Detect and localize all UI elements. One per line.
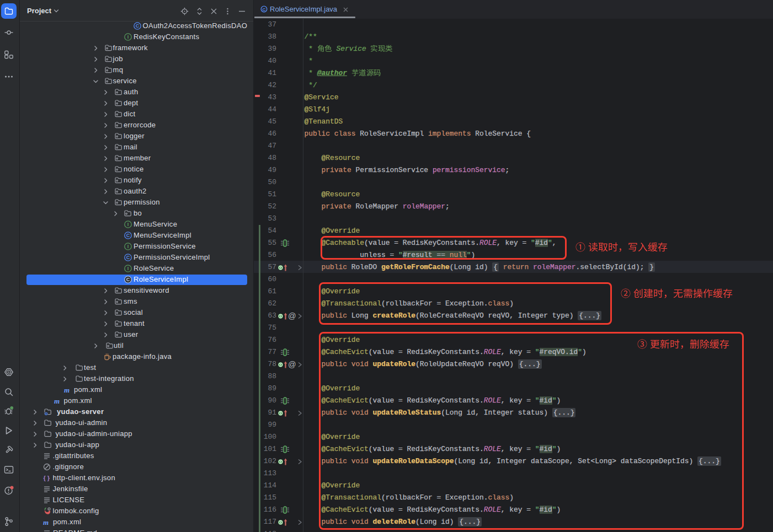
svg-text:C: C xyxy=(126,277,130,282)
svg-text:C: C xyxy=(126,233,130,238)
svg-text:C: C xyxy=(135,23,139,29)
svg-text:m: m xyxy=(54,397,60,405)
svg-text:I: I xyxy=(127,266,129,271)
svg-text:I: I xyxy=(127,244,129,249)
svg-text:m: m xyxy=(43,518,49,526)
svg-text:C: C xyxy=(126,255,130,260)
svg-text:I: I xyxy=(127,34,129,40)
svg-text:C: C xyxy=(262,7,265,12)
svg-text:{ }: { } xyxy=(43,475,50,481)
svg-text:I: I xyxy=(127,222,129,227)
svg-text:m: m xyxy=(64,386,70,394)
